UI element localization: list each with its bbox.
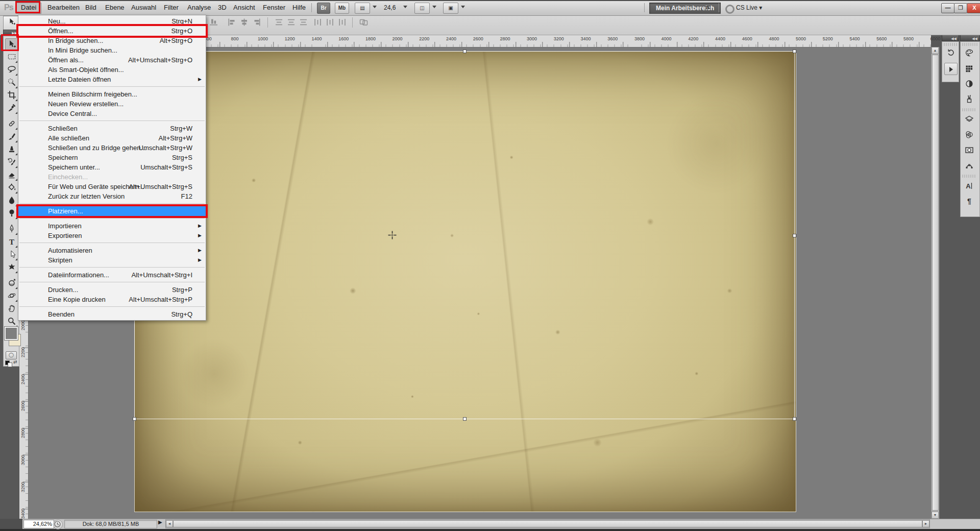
paths-panel[interactable] xyxy=(963,159,976,172)
menu-bild[interactable]: Bild xyxy=(81,3,101,13)
rectangular-marquee-tool[interactable] xyxy=(5,51,18,63)
handle-bottom-right[interactable] xyxy=(793,417,796,421)
horizontal-scrollbar[interactable]: ◄ ► xyxy=(165,519,930,528)
zoom-tool[interactable] xyxy=(5,316,18,328)
menu-filter[interactable]: Filter xyxy=(159,3,183,13)
blur-tool[interactable] xyxy=(5,195,18,207)
workspace-overflow-chevrons[interactable]: » xyxy=(705,3,709,11)
character-panel[interactable]: A xyxy=(963,180,976,192)
file-menu-item[interactable]: Importieren ▶ xyxy=(18,221,206,231)
3d-object-rotate-tool[interactable] xyxy=(5,277,18,289)
history-brush-tool[interactable] xyxy=(5,156,18,168)
handle-bottom-left[interactable] xyxy=(133,417,136,421)
distribute-right-edges-icon[interactable] xyxy=(338,18,347,26)
eyedropper-tool[interactable] xyxy=(5,102,18,114)
file-menu-item[interactable]: Öffnen als... Alt+Umschalt+Strg+O xyxy=(18,55,206,65)
align-bottom-edges-icon[interactable] xyxy=(209,18,218,26)
custom-shape-tool[interactable] xyxy=(5,261,18,274)
vertical-scrollbar[interactable]: ▲ ▼ xyxy=(931,47,939,519)
scroll-down-icon[interactable]: ▼ xyxy=(932,512,939,519)
file-menu-item[interactable]: Exportieren ▶ xyxy=(18,231,206,240)
lasso-tool[interactable] xyxy=(5,64,18,76)
zoom-percentage-field[interactable]: 24,62% xyxy=(23,520,54,528)
masks-panel[interactable] xyxy=(963,144,976,156)
minimize-button[interactable]: — xyxy=(941,3,954,13)
spot-healing-brush-tool[interactable] xyxy=(5,118,18,130)
menu-fenster[interactable]: Fenster xyxy=(258,3,290,13)
file-menu-item[interactable]: Beenden Strg+Q xyxy=(18,309,206,319)
file-menu-item[interactable]: Schließen und zu Bridge gehen... Umschal… xyxy=(18,143,206,153)
file-menu-item[interactable]: Öffnen... Strg+O xyxy=(18,26,206,36)
distribute-left-edges-icon[interactable] xyxy=(313,18,322,26)
quick-mask-button[interactable]: ◯ xyxy=(6,351,17,359)
type-tool[interactable]: T xyxy=(5,236,18,248)
clone-stamp-tool[interactable] xyxy=(5,143,18,156)
file-menu-item[interactable]: Device Central... xyxy=(18,109,206,118)
file-menu-item[interactable]: Meinen Bildschirm freigeben... xyxy=(18,89,206,99)
view-extras-button[interactable]: ▤ xyxy=(355,3,370,14)
scroll-right-icon[interactable]: ► xyxy=(922,520,929,527)
menu-hilfe[interactable]: Hilfe xyxy=(288,3,310,13)
path-selection-tool[interactable] xyxy=(5,249,18,261)
file-menu-item[interactable]: Automatisieren ▶ xyxy=(18,246,206,255)
menu-auswahl[interactable]: Auswahl xyxy=(127,3,161,13)
file-menu-item[interactable]: Dateiinformationen... Alt+Umschalt+Strg+… xyxy=(18,270,206,280)
file-menu-item[interactable]: Alle schließen Alt+Strg+W xyxy=(18,133,206,143)
horizontal-scrollbar-thumb[interactable] xyxy=(173,520,922,527)
distribute-horizontal-centers-icon[interactable] xyxy=(326,18,334,26)
handle-top-right[interactable] xyxy=(793,50,796,53)
swap-colors-icon[interactable]: ⇄ xyxy=(13,359,17,365)
3d-camera-rotate-tool[interactable] xyxy=(5,290,18,302)
restore-button[interactable]: ❐ xyxy=(954,3,967,13)
burn-tool[interactable] xyxy=(5,207,18,220)
file-menu-item[interactable]: Platzieren... xyxy=(18,206,206,216)
actions-panel[interactable] xyxy=(944,63,958,75)
file-menu-item[interactable]: Letzte Dateien öffnen ▶ xyxy=(18,75,206,84)
close-button[interactable]: X xyxy=(967,3,980,13)
zoom-level-caret-icon[interactable] xyxy=(403,6,407,8)
distribute-vertical-centers-icon[interactable] xyxy=(287,18,296,26)
file-menu-item[interactable]: Drucken... Strg+P xyxy=(18,285,206,295)
menu-ansicht[interactable]: Ansicht xyxy=(229,3,260,13)
workspace-button[interactable]: Mein Arbeitsbereich xyxy=(649,3,721,14)
cslive-menu[interactable]: CS Live ▾ xyxy=(736,4,762,11)
file-menu-item[interactable]: Zurück zur letzten Version F12 xyxy=(18,191,206,201)
file-menu-item[interactable]: Neu... Strg+N xyxy=(18,16,206,26)
file-menu-item[interactable]: In Bridge suchen... Alt+Strg+O xyxy=(18,36,206,45)
brush-tool[interactable] xyxy=(5,131,18,143)
status-flyout-arrow-icon[interactable]: ▶ xyxy=(158,519,162,525)
dock1-collapse-header[interactable]: ◀◀ xyxy=(942,35,959,41)
file-menu-item[interactable]: Als Smart-Objekt öffnen... xyxy=(18,65,206,75)
launch-bridge-button[interactable]: Br xyxy=(317,3,330,14)
file-menu-item[interactable]: Neuen Review erstellen... xyxy=(18,99,206,109)
menu-bearbeiten[interactable]: Bearbeiten xyxy=(43,3,84,13)
view-extras-caret-icon[interactable] xyxy=(373,6,377,8)
distribute-top-edges-icon[interactable] xyxy=(275,18,283,26)
file-menu-item[interactable]: Speichern Strg+S xyxy=(18,153,206,162)
file-menu-item[interactable]: Eine Kopie drucken Alt+Umschalt+Strg+P xyxy=(18,295,206,304)
adjustments-panel[interactable] xyxy=(963,78,976,90)
file-menu-item[interactable]: Für Web und Geräte speichern... Alt+Umsc… xyxy=(18,182,206,191)
zoom-level-field[interactable]: 24,6 xyxy=(384,4,396,11)
arrange-documents-button[interactable]: ◫ xyxy=(414,3,430,14)
paragraph-panel[interactable]: ¶ xyxy=(963,195,976,207)
screen-mode-caret-icon[interactable] xyxy=(461,6,465,8)
file-menu-item[interactable]: Einchecken... xyxy=(18,172,206,182)
dock2-collapse-header[interactable]: ◀◀ xyxy=(960,35,980,41)
align-left-edges-icon[interactable] xyxy=(228,18,236,26)
eraser-tool[interactable] xyxy=(5,169,18,181)
vertical-scrollbar-thumb[interactable] xyxy=(932,55,939,511)
menu-ebene[interactable]: Ebene xyxy=(101,3,129,13)
handle-middle-right[interactable] xyxy=(793,234,796,237)
color-panel[interactable] xyxy=(963,47,976,59)
screen-mode-button[interactable]: ▣ xyxy=(443,3,458,14)
paint-bucket-tool[interactable] xyxy=(5,182,18,194)
quick-selection-tool[interactable] xyxy=(5,77,18,89)
menu-analyse[interactable]: Analyse xyxy=(183,3,215,13)
hand-tool[interactable] xyxy=(5,303,18,315)
document-size-field[interactable]: Dok: 68,0 MB/81,5 MB xyxy=(64,520,157,528)
arrange-documents-caret-icon[interactable] xyxy=(432,6,436,8)
handle-top-middle[interactable] xyxy=(463,50,467,53)
file-menu-item[interactable]: Speichern unter... Umschalt+Strg+S xyxy=(18,162,206,172)
file-menu-item[interactable]: Skripten ▶ xyxy=(18,255,206,265)
